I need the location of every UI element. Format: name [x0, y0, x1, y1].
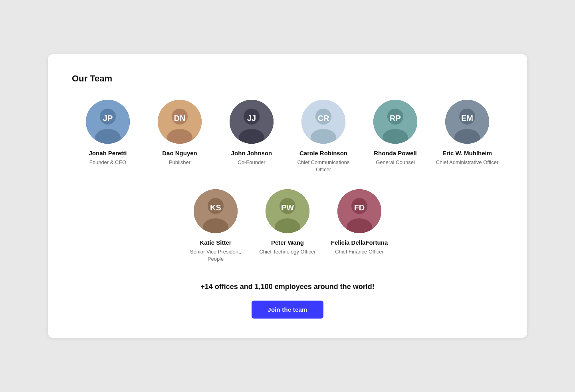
avatar-felicia-dellafortuna: FD: [337, 189, 381, 233]
avatar-peter-wang: PW: [266, 189, 309, 233]
member-name-katie-sitter: Katie Sitter: [200, 239, 231, 247]
svg-text:KS: KS: [210, 203, 221, 212]
svg-text:EM: EM: [461, 114, 473, 123]
member-title-eric-muhlheim: Chief Administrative Officer: [436, 159, 499, 166]
section-title: Our Team: [72, 73, 503, 84]
member-title-felicia-dellafortuna: Chief Finance Officer: [335, 248, 384, 255]
member-name-dao-nguyen: Dao Nguyen: [162, 149, 197, 157]
member-name-john-johnson: John Johnson: [231, 149, 272, 157]
svg-text:JP: JP: [103, 114, 113, 123]
member-name-carole-robinson: Carole Robinson: [299, 149, 347, 157]
member-name-eric-muhlheim: Eric W. Muhlheim: [442, 149, 492, 157]
member-title-jonah-peretti: Founder & CEO: [89, 159, 127, 166]
team-member-john-johnson: JJ John JohnsonCo-Founder: [220, 100, 284, 173]
member-title-katie-sitter: Senior Vice President, People: [184, 248, 248, 263]
team-member-felicia-dellafortuna: FD Felicia DellaFortunaChief Finance Off…: [327, 189, 391, 263]
member-name-jonah-peretti: Jonah Peretti: [89, 149, 127, 157]
svg-text:DN: DN: [174, 114, 186, 123]
avatar-katie-sitter: KS: [194, 189, 238, 233]
join-btn-container: Join the team: [72, 301, 503, 319]
member-name-rhonda-powell: Rhonda Powell: [374, 149, 417, 157]
team-member-peter-wang: PW Peter WangChief Technology Officer: [256, 189, 319, 263]
team-row-1: JP Jonah PerettiFounder & CEO DN Dao Ngu…: [72, 100, 503, 173]
member-title-john-johnson: Co-Founder: [238, 159, 265, 166]
team-row-2: KS Katie SitterSenior Vice President, Pe…: [72, 189, 503, 263]
svg-text:JJ: JJ: [247, 114, 256, 123]
team-card: Our Team JP Jonah PerettiFounder & CEO D…: [48, 54, 527, 338]
avatar-eric-muhlheim: EM: [445, 100, 489, 144]
avatar-carole-robinson: CR: [301, 100, 345, 144]
avatar-jonah-peretti: JP: [86, 100, 130, 144]
team-member-eric-muhlheim: EM Eric W. MuhlheimChief Administrative …: [435, 100, 499, 173]
svg-text:RP: RP: [390, 114, 401, 123]
svg-text:CR: CR: [318, 114, 329, 123]
join-team-button[interactable]: Join the team: [252, 301, 323, 319]
avatar-rhonda-powell: RP: [373, 100, 417, 144]
member-name-peter-wang: Peter Wang: [271, 239, 304, 247]
member-title-carole-robinson: Chief Communications Officer: [291, 159, 355, 173]
member-title-dao-nguyen: Publisher: [169, 159, 190, 166]
team-member-katie-sitter: KS Katie SitterSenior Vice President, Pe…: [184, 189, 248, 263]
avatar-dao-nguyen: DN: [158, 100, 202, 144]
team-member-rhonda-powell: RP Rhonda PowellGeneral Counsel: [363, 100, 427, 173]
svg-text:PW: PW: [281, 203, 294, 212]
team-member-carole-robinson: CR Carole RobinsonChief Communications O…: [291, 100, 355, 173]
member-name-felicia-dellafortuna: Felicia DellaFortuna: [331, 239, 388, 247]
team-member-dao-nguyen: DN Dao NguyenPublisher: [148, 100, 212, 173]
stats-text: +14 offices and 1,100 employees around t…: [72, 283, 503, 291]
team-member-jonah-peretti: JP Jonah PerettiFounder & CEO: [76, 100, 140, 173]
svg-text:FD: FD: [354, 203, 365, 212]
member-title-rhonda-powell: General Counsel: [376, 159, 415, 166]
avatar-john-johnson: JJ: [230, 100, 274, 144]
member-title-peter-wang: Chief Technology Officer: [259, 248, 315, 255]
